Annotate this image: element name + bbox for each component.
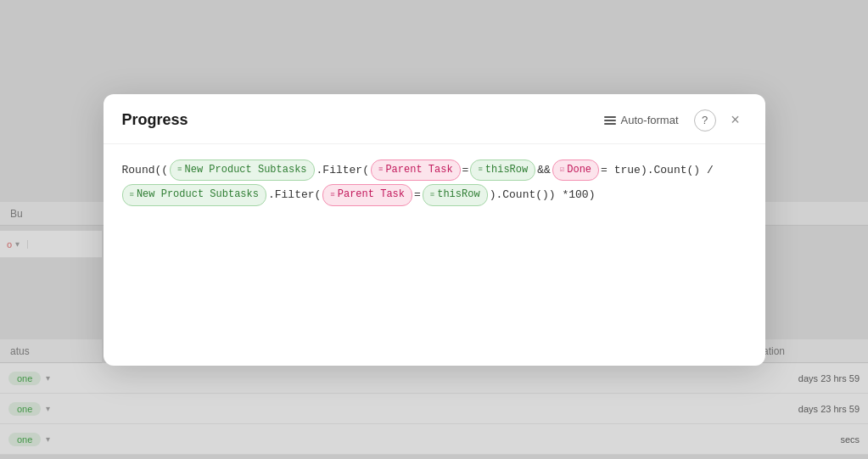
field-icon-4: ☑ (560, 163, 564, 176)
modal: Progress Auto-format ? × Rou (104, 94, 765, 366)
close-icon: × (731, 111, 740, 129)
field-label-4: Done (567, 161, 591, 180)
field-icon-3: ≡ (478, 163, 482, 176)
formula-editor[interactable]: Round(( ≡ New Product Subtasks .Filter( … (104, 144, 765, 366)
token-equals-1: = (462, 160, 469, 180)
field-icon-6: ≡ (330, 188, 334, 202)
close-button[interactable]: × (725, 109, 747, 132)
field-label-2: Parent Task (385, 161, 452, 180)
modal-overlay: Progress Auto-format ? × Rou (0, 0, 868, 459)
token-filter-1: .Filter( (316, 160, 369, 180)
hamburger-icon (604, 116, 616, 125)
field-new-product-subtasks-1[interactable]: ≡ New Product Subtasks (170, 160, 314, 182)
field-label-7: thisRow (437, 186, 479, 204)
field-label-1: New Product Subtasks (185, 161, 307, 180)
field-new-product-subtasks-2[interactable]: ≡ New Product Subtasks (122, 184, 266, 206)
field-icon-2: ≡ (378, 163, 383, 176)
help-button[interactable]: ? (694, 109, 716, 132)
field-label-5: New Product Subtasks (137, 186, 259, 204)
field-parent-task-2[interactable]: ≡ Parent Task (322, 184, 412, 206)
field-icon-1: ≡ (177, 163, 182, 176)
formula-line-1: Round(( ≡ New Product Subtasks .Filter( … (122, 160, 747, 182)
token-equals-2: = true).Count() / (601, 160, 714, 180)
modal-title: Progress (122, 111, 188, 129)
token-filter-2: .Filter( (268, 185, 321, 204)
field-icon-7: ≡ (430, 188, 434, 202)
modal-header-actions: Auto-format ? × (597, 109, 747, 132)
field-icon-5: ≡ (130, 188, 134, 202)
field-label-6: Parent Task (338, 186, 405, 204)
token-suffix: ).Count()) *100) (490, 185, 596, 204)
formula-line-2: ≡ New Product Subtasks .Filter( ≡ Parent… (122, 184, 747, 206)
help-icon: ? (702, 114, 708, 126)
field-parent-task-1[interactable]: ≡ Parent Task (371, 160, 461, 182)
modal-header: Progress Auto-format ? × (104, 94, 765, 144)
field-label-3: thisRow (485, 161, 528, 180)
auto-format-button[interactable]: Auto-format (597, 110, 686, 130)
token-and: && (537, 160, 551, 180)
field-thisrow-2[interactable]: ≡ thisRow (423, 184, 488, 206)
auto-format-label: Auto-format (621, 114, 679, 126)
token-round-open: Round(( (122, 160, 169, 180)
field-thisrow-1[interactable]: ≡ thisRow (470, 160, 535, 182)
field-done[interactable]: ☑ Done (552, 160, 599, 182)
token-equals-3: = (414, 185, 421, 204)
